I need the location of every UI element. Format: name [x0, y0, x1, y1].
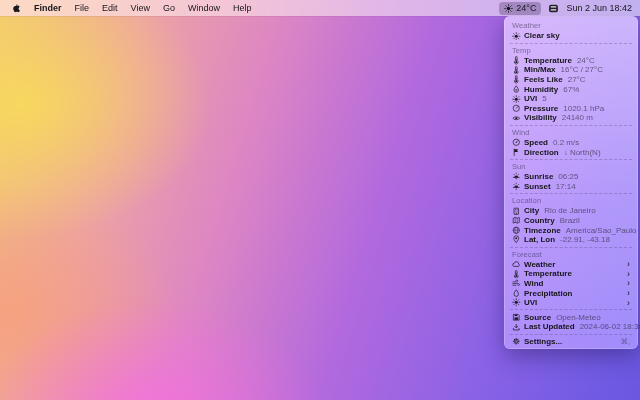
menu-row-precipitation[interactable]: Precipitation› — [508, 288, 634, 298]
menu-row-city[interactable]: CityRio de Janeiro — [508, 206, 634, 216]
chevron-right-icon: › — [627, 279, 630, 287]
row-label: Temperature — [524, 269, 572, 278]
menu-row-temperature[interactable]: Temperature24°C — [508, 56, 634, 66]
download-icon — [512, 323, 521, 332]
gear-icon — [512, 337, 521, 346]
menu-row-uvi[interactable]: UVI› — [508, 298, 634, 308]
row-label: Humidity — [524, 85, 558, 94]
thermometer-icon — [512, 56, 521, 65]
section-header-temp: Temp — [508, 46, 634, 55]
desktop-wallpaper: FinderFileEditViewGoWindowHelp 24°C Sun … — [0, 0, 640, 400]
section-divider — [510, 125, 632, 126]
menu-row-clear-sky[interactable]: Clear sky — [508, 31, 634, 41]
pin-icon — [512, 235, 521, 244]
menu-row-sunrise[interactable]: Sunrise06:25 — [508, 172, 634, 182]
menu-row-country[interactable]: CountryBrazil — [508, 216, 634, 226]
section-header-sun: Sun — [508, 162, 634, 171]
row-label: Wind — [524, 279, 543, 288]
row-value: 24°C — [577, 56, 595, 65]
thermometer-icon — [512, 270, 521, 279]
menu-row-direction[interactable]: Direction↓ North(N) — [508, 147, 634, 157]
menu-item-help[interactable]: Help — [233, 3, 252, 13]
menu-row-visibility[interactable]: Visibility24140 m — [508, 113, 634, 123]
menu-row-wind[interactable]: Wind› — [508, 279, 634, 289]
globe-icon — [512, 226, 521, 235]
map-icon — [512, 216, 521, 225]
weather-status-item[interactable]: 24°C — [499, 2, 541, 15]
chevron-right-icon: › — [627, 260, 630, 268]
menu-row-temperature[interactable]: Temperature› — [508, 269, 634, 279]
row-value: 06:25 — [558, 172, 578, 181]
apple-logo-icon[interactable] — [10, 3, 21, 14]
menu-row-min-max[interactable]: Min/Max16°C / 27°C — [508, 65, 634, 75]
menu-bar: FinderFileEditViewGoWindowHelp 24°C Sun … — [0, 0, 640, 16]
row-label: Sunrise — [524, 172, 553, 181]
row-label: Feels Like — [524, 75, 563, 84]
control-center-icon[interactable] — [548, 3, 559, 14]
menu-row-pressure[interactable]: Pressure1020.1 hPa — [508, 104, 634, 114]
row-value: 27°C — [568, 75, 586, 84]
section-divider — [510, 43, 632, 44]
menu-item-go[interactable]: Go — [163, 3, 175, 13]
row-label: Direction — [524, 148, 559, 157]
section-header-forecast: Forecast — [508, 250, 634, 259]
chevron-right-icon: › — [627, 289, 630, 297]
chevron-right-icon: › — [627, 270, 630, 278]
section-header-weather: Weather — [508, 21, 634, 30]
sun-icon — [512, 298, 521, 307]
sunrise-icon — [512, 172, 521, 181]
row-label: Clear sky — [524, 31, 560, 40]
section-header-location: Location — [508, 196, 634, 205]
section-divider — [510, 247, 632, 248]
sun-icon — [504, 4, 513, 13]
section-divider — [510, 193, 632, 194]
menu-item-file[interactable]: File — [75, 3, 90, 13]
thermometer-icon — [512, 66, 521, 75]
section-header-wind: Wind — [508, 128, 634, 137]
eye-icon — [512, 114, 521, 123]
menu-row-humidity[interactable]: Humidity67% — [508, 84, 634, 94]
row-label: Visibility — [524, 113, 557, 122]
weather-dropdown-panel: WeatherClear skyTempTemperature24°CMin/M… — [504, 16, 638, 349]
menu-row-settings[interactable]: Settings...⌘, — [508, 337, 634, 347]
weather-status-label: 24°C — [516, 3, 536, 13]
disk-icon — [512, 313, 521, 322]
row-value: ↓ North(N) — [564, 148, 601, 157]
menu-item-window[interactable]: Window — [188, 3, 220, 13]
menu-row-last-updated[interactable]: Last Updated2024-06-02 18:30 — [508, 322, 634, 332]
menu-bar-left: FinderFileEditViewGoWindowHelp — [10, 3, 251, 14]
row-value: America/Sao_Paulo — [566, 226, 637, 235]
menu-bar-clock[interactable]: Sun 2 Jun 18:42 — [566, 3, 632, 13]
row-value: 5 — [542, 94, 546, 103]
row-label: Last Updated — [524, 322, 575, 331]
menu-item-view[interactable]: View — [131, 3, 150, 13]
row-label: Sunset — [524, 182, 551, 191]
row-shortcut: ⌘, — [620, 337, 630, 346]
menu-row-source[interactable]: SourceOpen-Meteo — [508, 312, 634, 322]
menu-row-speed[interactable]: Speed0.2 m/s — [508, 138, 634, 148]
menu-item-edit[interactable]: Edit — [102, 3, 118, 13]
row-label: Min/Max — [524, 65, 556, 74]
row-value: 16°C / 27°C — [561, 65, 603, 74]
thermometer-icon — [512, 75, 521, 84]
row-value: -22.91, -43.18 — [560, 235, 610, 244]
menu-row-feels-like[interactable]: Feels Like27°C — [508, 75, 634, 85]
menu-row-weather[interactable]: Weather› — [508, 260, 634, 270]
section-divider — [510, 159, 632, 160]
row-label: Source — [524, 313, 551, 322]
menu-row-sunset[interactable]: Sunset17:14 — [508, 182, 634, 192]
drop-icon — [512, 289, 521, 298]
menu-item-finder[interactable]: Finder — [34, 3, 62, 13]
row-value: 1020.1 hPa — [563, 104, 604, 113]
humidity-icon — [512, 85, 521, 94]
menu-row-timezone[interactable]: TimezoneAmerica/Sao_Paulo — [508, 225, 634, 235]
row-label: Weather — [524, 260, 555, 269]
menu-row-lat-lon[interactable]: Lat, Lon-22.91, -43.18 — [508, 235, 634, 245]
menu-row-uvi[interactable]: UVI5 — [508, 94, 634, 104]
row-label: Settings... — [524, 337, 562, 346]
menu-items: FinderFileEditViewGoWindowHelp — [34, 3, 251, 13]
section-divider — [510, 334, 632, 335]
sunset-icon — [512, 182, 521, 191]
chevron-right-icon: › — [627, 299, 630, 307]
row-label: Pressure — [524, 104, 558, 113]
